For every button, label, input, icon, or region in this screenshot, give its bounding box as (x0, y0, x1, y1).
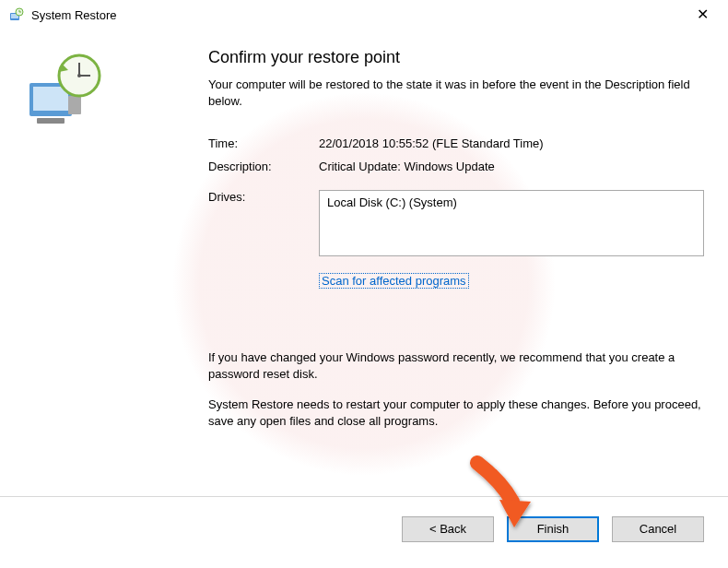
password-note: If you have changed your Windows passwor… (208, 349, 704, 382)
svg-rect-4 (33, 87, 68, 111)
description-label: Description: (208, 160, 319, 173)
drive-item: Local Disk (C:) (System) (327, 195, 457, 209)
content-area: Confirm your restore point Your computer… (0, 30, 728, 496)
restore-illustration-icon (24, 122, 107, 137)
time-label: Time: (208, 136, 319, 150)
titlebar: System Restore ✕ (0, 0, 728, 30)
svg-rect-5 (37, 118, 65, 124)
back-button[interactable]: < Back (402, 516, 494, 542)
description-value: Critical Update: Windows Update (319, 160, 704, 173)
svg-point-10 (77, 74, 81, 77)
finish-button[interactable]: Finish (507, 516, 599, 542)
restore-icon (9, 7, 24, 22)
drives-listbox[interactable]: Local Disk (C:) (System) (319, 190, 704, 256)
page-heading: Confirm your restore point (208, 48, 704, 67)
scan-affected-link[interactable]: Scan for affected programs (319, 273, 469, 289)
time-value: 22/01/2018 10:55:52 (FLE Standard Time) (319, 136, 704, 150)
window-title: System Restore (31, 8, 116, 22)
restart-note: System Restore needs to restart your com… (208, 396, 704, 429)
button-bar: < Back Finish Cancel (0, 496, 728, 561)
page-subtext: Your computer will be restored to the st… (208, 77, 704, 109)
svg-rect-6 (68, 96, 81, 114)
cancel-button[interactable]: Cancel (612, 516, 704, 542)
close-button[interactable]: ✕ (684, 2, 721, 28)
drives-label: Drives: (208, 190, 319, 204)
